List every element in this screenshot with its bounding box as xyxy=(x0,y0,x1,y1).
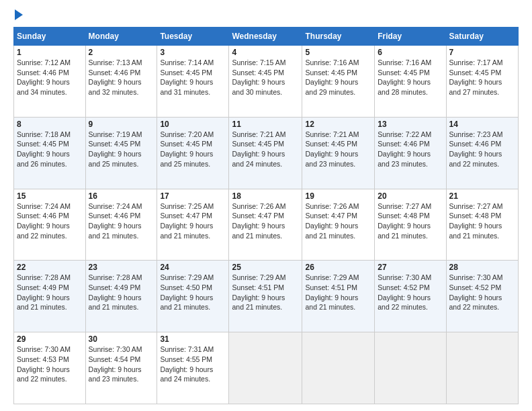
day-info: Sunrise: 7:16 AMSunset: 4:45 PMDaylight:… xyxy=(305,58,371,97)
day-info-line: Daylight: 9 hours xyxy=(160,365,213,373)
table-row: 18Sunrise: 7:26 AMSunset: 4:47 PMDayligh… xyxy=(229,189,302,261)
table-row: 21Sunrise: 7:27 AMSunset: 4:48 PMDayligh… xyxy=(446,189,518,261)
day-info-line: Sunrise: 7:28 AM xyxy=(89,273,142,281)
day-info-line: Sunrise: 7:13 AM xyxy=(89,58,142,66)
day-info-line: Sunrise: 7:26 AM xyxy=(232,202,285,210)
day-info-line: Daylight: 9 hours xyxy=(305,222,358,230)
table-row: 23Sunrise: 7:28 AMSunset: 4:49 PMDayligh… xyxy=(85,261,157,332)
day-info-line: Sunset: 4:49 PM xyxy=(89,283,141,291)
day-info: Sunrise: 7:29 AMSunset: 4:51 PMDaylight:… xyxy=(305,273,371,312)
day-info-line: and 22 minutes. xyxy=(449,160,500,168)
day-number: 11 xyxy=(232,120,299,129)
day-info-line: Daylight: 9 hours xyxy=(232,150,285,158)
day-info-line: Sunrise: 7:31 AM xyxy=(160,345,214,353)
day-info-line: Daylight: 9 hours xyxy=(232,293,285,302)
day-info-line: Sunset: 4:50 PM xyxy=(160,283,212,291)
table-row: 13Sunrise: 7:22 AMSunset: 4:46 PMDayligh… xyxy=(375,117,446,189)
day-info-line: Sunset: 4:46 PM xyxy=(17,212,69,220)
day-info-line: Daylight: 9 hours xyxy=(305,150,358,158)
day-info: Sunrise: 7:13 AMSunset: 4:46 PMDaylight:… xyxy=(89,58,154,97)
day-info-line: Daylight: 9 hours xyxy=(17,78,70,86)
day-info-line: Daylight: 9 hours xyxy=(89,150,142,158)
page: SundayMondayTuesdayWednesdayThursdayFrid… xyxy=(0,0,532,411)
day-info-line: Sunset: 4:45 PM xyxy=(378,68,430,77)
day-info-line: and 21 minutes. xyxy=(232,303,282,311)
day-info: Sunrise: 7:30 AMSunset: 4:52 PMDaylight:… xyxy=(449,273,515,312)
day-number: 2 xyxy=(89,48,154,57)
day-info-line: Sunrise: 7:28 AM xyxy=(17,273,71,281)
day-info: Sunrise: 7:24 AMSunset: 4:46 PMDaylight:… xyxy=(89,201,154,241)
day-number: 6 xyxy=(378,48,443,57)
day-number: 9 xyxy=(89,120,154,129)
table-row: 22Sunrise: 7:28 AMSunset: 4:49 PMDayligh… xyxy=(14,261,86,332)
day-number: 21 xyxy=(449,191,515,201)
day-info-line: Sunset: 4:55 PM xyxy=(160,355,212,363)
day-info: Sunrise: 7:20 AMSunset: 4:45 PMDaylight:… xyxy=(160,130,226,169)
day-info-line: Daylight: 9 hours xyxy=(160,293,213,302)
day-info-line: Daylight: 9 hours xyxy=(17,150,70,158)
calendar-header-saturday: Saturday xyxy=(446,28,518,46)
day-number: 5 xyxy=(305,48,371,57)
logo-arrow-icon xyxy=(15,9,23,20)
day-info: Sunrise: 7:14 AMSunset: 4:45 PMDaylight:… xyxy=(160,58,226,97)
day-info-line: Sunset: 4:45 PM xyxy=(160,68,212,77)
day-info-line: Sunrise: 7:16 AM xyxy=(378,58,431,66)
calendar-header-thursday: Thursday xyxy=(302,28,375,46)
day-info-line: Daylight: 9 hours xyxy=(17,222,70,230)
day-number: 30 xyxy=(89,334,154,344)
day-info-line: Sunset: 4:54 PM xyxy=(89,355,141,363)
day-info-line: Sunset: 4:46 PM xyxy=(449,140,502,148)
day-info: Sunrise: 7:15 AMSunset: 4:45 PMDaylight:… xyxy=(232,58,299,97)
table-row: 30Sunrise: 7:30 AMSunset: 4:54 PMDayligh… xyxy=(85,332,157,404)
table-row: 14Sunrise: 7:23 AMSunset: 4:46 PMDayligh… xyxy=(446,117,518,189)
day-info-line: Sunrise: 7:30 AM xyxy=(378,273,431,281)
day-info-line: and 21 minutes. xyxy=(449,232,500,240)
day-info-line: Daylight: 9 hours xyxy=(160,222,213,230)
day-number: 15 xyxy=(17,191,83,201)
day-number: 18 xyxy=(232,191,299,201)
day-info-line: and 21 minutes. xyxy=(232,232,282,240)
day-info: Sunrise: 7:19 AMSunset: 4:45 PMDaylight:… xyxy=(89,130,154,169)
day-info-line: Sunrise: 7:29 AM xyxy=(160,273,214,281)
day-info-line: Daylight: 9 hours xyxy=(449,222,502,230)
day-info: Sunrise: 7:26 AMSunset: 4:47 PMDaylight:… xyxy=(232,201,299,241)
table-row: 9Sunrise: 7:19 AMSunset: 4:45 PMDaylight… xyxy=(85,117,157,189)
day-number: 10 xyxy=(160,120,226,129)
day-info-line: Sunset: 4:45 PM xyxy=(17,140,69,148)
day-info: Sunrise: 7:29 AMSunset: 4:51 PMDaylight:… xyxy=(232,273,299,312)
day-info-line: Sunset: 4:45 PM xyxy=(89,140,141,148)
day-info-line: Sunrise: 7:24 AM xyxy=(89,202,142,210)
day-info-line: Sunrise: 7:14 AM xyxy=(160,58,214,66)
day-info-line: and 21 minutes. xyxy=(378,232,428,240)
day-info-line: and 24 minutes. xyxy=(232,160,282,168)
day-info-line: and 21 minutes. xyxy=(305,303,355,311)
day-info-line: Sunset: 4:52 PM xyxy=(378,283,430,291)
day-number: 22 xyxy=(17,263,83,272)
day-info-line: and 22 minutes. xyxy=(17,232,67,240)
day-info-line: Sunrise: 7:27 AM xyxy=(449,202,503,210)
day-info-line: Sunset: 4:45 PM xyxy=(449,68,502,77)
day-info: Sunrise: 7:26 AMSunset: 4:47 PMDaylight:… xyxy=(305,201,371,241)
table-row: 11Sunrise: 7:21 AMSunset: 4:45 PMDayligh… xyxy=(229,117,302,189)
table-row xyxy=(229,332,302,404)
day-number: 27 xyxy=(378,263,443,272)
day-info-line: and 31 minutes. xyxy=(160,88,210,96)
table-row: 19Sunrise: 7:26 AMSunset: 4:47 PMDayligh… xyxy=(302,189,375,261)
day-number: 14 xyxy=(449,120,515,129)
day-info-line: and 25 minutes. xyxy=(89,160,139,168)
day-info-line: Daylight: 9 hours xyxy=(232,78,285,86)
day-info-line: Sunrise: 7:19 AM xyxy=(89,130,142,138)
day-info-line: Sunset: 4:45 PM xyxy=(305,68,357,77)
day-info-line: Sunset: 4:45 PM xyxy=(160,140,212,148)
day-info-line: Sunset: 4:52 PM xyxy=(449,283,502,291)
day-info-line: Sunrise: 7:24 AM xyxy=(17,202,71,210)
day-info-line: and 23 minutes. xyxy=(89,375,139,383)
day-info-line: Sunrise: 7:21 AM xyxy=(305,130,359,138)
day-number: 7 xyxy=(449,48,515,57)
day-info-line: Sunset: 4:46 PM xyxy=(17,68,69,77)
day-info-line: Daylight: 9 hours xyxy=(17,365,70,373)
day-info-line: Sunrise: 7:18 AM xyxy=(17,130,71,138)
day-number: 12 xyxy=(305,120,371,129)
day-info-line: and 29 minutes. xyxy=(305,88,355,96)
day-info: Sunrise: 7:30 AMSunset: 4:54 PMDaylight:… xyxy=(89,345,154,384)
